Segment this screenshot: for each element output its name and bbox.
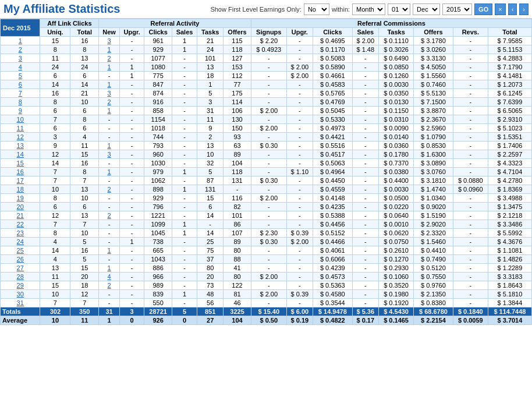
table-row: 2915182-989-73122--$ 0.5363-$ 0.3520$ 0.… xyxy=(1,281,532,290)
month-header: Dec 2015 xyxy=(1,19,40,37)
col-total: Total xyxy=(70,28,99,37)
page-title: My Affiliate Statistics xyxy=(3,2,120,16)
col-new: New xyxy=(99,28,120,37)
table-row: 88102-916-3114--$ 0.4769-$ 0.0130$ 7.150… xyxy=(1,98,532,107)
ref-comm-header: Referral Commissions xyxy=(251,19,531,28)
table-row: 2881-929124118$ 0.4923-$ 0.1170$ 1.48$ 0… xyxy=(1,45,532,54)
col-tasks: Tasks xyxy=(197,28,224,37)
stats-table-wrapper: Dec 2015 Aff Link Clicks Referral Activi… xyxy=(0,19,532,325)
table-row: 1166--1018-9150$ 2.00-$ 0.4973-$ 0.0090$… xyxy=(1,124,532,133)
table-row: 139111-793-1363$ 0.30-$ 0.5516-$ 0.0360$… xyxy=(1,142,532,150)
col-sales2: Sales xyxy=(352,28,378,37)
month-select[interactable]: JanFebMarApr MayJunJulAug SepOctNovDec xyxy=(413,3,440,15)
day-select[interactable]: 01 xyxy=(388,3,410,15)
table-row: 1234--744-293--$ 0.4421-$ 0.0140$ 1.0790… xyxy=(1,133,532,142)
within-label: within: xyxy=(332,6,350,13)
table-row: 716213-874-5175--$ 0.5765-$ 0.0350$ 5.51… xyxy=(1,89,532,98)
table-row: 1810132-8981131---$ 0.4559-$ 0.0030$ 1.4… xyxy=(1,185,532,194)
table-row: 566-1775-18112-$ 2.00$ 0.4661-$ 0.1260$ … xyxy=(1,72,532,80)
table-row: 3177--550-5646--$ 0.3544-$ 0.1920$ 0.838… xyxy=(1,299,532,307)
ref-activity-header: Referral Activity xyxy=(99,19,251,28)
table-row: 42424111080-13153-$ 2.00$ 0.5890-$ 0.085… xyxy=(1,63,532,72)
col-tasks2: Tasks xyxy=(379,28,414,37)
col-offers: Offers xyxy=(224,28,251,37)
aff-link-header: Aff Link Clicks xyxy=(40,19,99,28)
col-uniq: Uniq. xyxy=(40,28,70,37)
table-row: 614141-847-177--$ 0.4583-$ 0.0030$ 0.746… xyxy=(1,80,532,89)
col-offers2: Offers xyxy=(414,28,453,37)
show-select[interactable]: NoYes xyxy=(304,3,329,15)
table-row: 311132-1077-101127--$ 0.5083-$ 0.6490$ 3… xyxy=(1,54,532,63)
go-button[interactable]: GO xyxy=(474,3,492,15)
col-total2: Total xyxy=(488,28,531,37)
table-row: 2514161-665-7580--$ 0.4061-$ 0.2610$ 0.4… xyxy=(1,246,532,255)
table-row: 1078--1154-11130--$ 0.5330-$ 0.0310$ 2.3… xyxy=(1,115,532,124)
next-button[interactable]: › xyxy=(519,3,529,15)
average-row: Average101110926027104$ 0.50$ 0.19$ 0.48… xyxy=(1,316,532,325)
prev-button[interactable]: ‹ xyxy=(508,3,517,15)
table-row: 115163-961121115$ 2.20-$ 0.4695$ 2.00$ 0… xyxy=(1,37,532,45)
table-row: 2645--1043-3788--$ 0.6066-$ 0.1270$ 0.74… xyxy=(1,255,532,264)
col-upgr2: Upgr. xyxy=(286,28,313,37)
totals-row: Totals3023503132872158513225$ 15.40$ 6.0… xyxy=(1,307,532,316)
table-row: 2811204-966-2080$ 2.00-$ 0.4573-$ 0.1060… xyxy=(1,273,532,281)
col-clicks2: Clicks xyxy=(313,28,353,37)
col-revs: Revs. xyxy=(453,28,488,37)
controls-bar: Show First Level Earnings Only: NoYes wi… xyxy=(210,3,529,15)
col-signups: Signups xyxy=(251,28,286,37)
table-row: 2713151-886-8041--$ 0.4239-$ 0.2930$ 0.5… xyxy=(1,264,532,273)
stats-table: Dec 2015 Aff Link Clicks Referral Activi… xyxy=(0,19,532,325)
table-row: 301012--83914881$ 2.00$ 0.39$ 0.4580-$ 0… xyxy=(1,290,532,299)
table-row: 2066--796-682--$ 0.4235-$ 0.0220$ 0.9020… xyxy=(1,203,532,211)
period-select[interactable]: DayMonthYear xyxy=(352,3,385,15)
col-sales: Sales xyxy=(172,28,197,37)
table-row: 151416--1030-32104--$ 0.5063-$ 0.7370$ 3… xyxy=(1,159,532,168)
table-row: 2277--10991-86--$ 0.4456-$ 0.0010$ 2.902… xyxy=(1,220,532,229)
table-row: 16781-97915118-$ 1.10$ 0.4964-$ 0.0380$ … xyxy=(1,168,532,176)
close-button[interactable]: × xyxy=(495,3,505,15)
col-upgr: Upgr. xyxy=(119,28,144,37)
table-row: 1777--1062-87131$ 0.30-$ 0.4450-$ 0.4400… xyxy=(1,176,532,185)
table-row: 1412153-960-1089--$ 0.4517-$ 0.1780$ 1.6… xyxy=(1,150,532,159)
col-clicks: Clicks xyxy=(144,28,172,37)
table-row: 2445-1738-2589$ 0.30$ 2.00$ 0.4466-$ 0.0… xyxy=(1,238,532,246)
table-row: 23810--1045114107$ 2.30$ 0.39$ 0.5152-$ … xyxy=(1,229,532,238)
year-select[interactable]: 2015 xyxy=(442,3,472,15)
table-row: 19810--929-15116$ 2.00-$ 0.4148-$ 0.0500… xyxy=(1,194,532,203)
table-row: 9661-858-31106$ 2.00-$ 0.5045-$ 0.1150$ … xyxy=(1,107,532,115)
table-row: 2112132-1221-14101--$ 0.5388-$ 0.0640$ 1… xyxy=(1,211,532,220)
show-label: Show First Level Earnings Only: xyxy=(210,6,302,13)
